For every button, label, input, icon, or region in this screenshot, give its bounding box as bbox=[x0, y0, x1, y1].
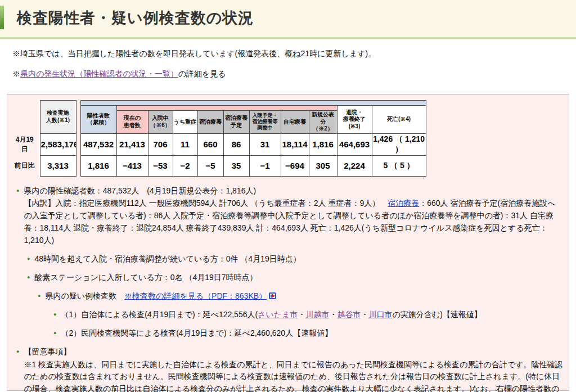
table-corner bbox=[12, 101, 40, 134]
city-separator: ・ bbox=[329, 310, 337, 319]
cell-hotel-planned: 86 bbox=[223, 133, 249, 155]
pink-group-band bbox=[116, 106, 337, 111]
col-header-newly-published: 新規公表分 （※2） bbox=[309, 111, 337, 134]
col-header-adjusting: 入院予定・ 宿泊療養等 調整中 bbox=[249, 111, 281, 134]
test-detail-pdf-link[interactable]: ※検査数の詳細を見る（PDF：863KB） bbox=[124, 291, 267, 300]
page-header: 検査陽性者・疑い例検査数の状況 bbox=[0, 0, 576, 37]
col-header-death: 死亡(※4) bbox=[372, 106, 426, 134]
cell-death: 1,426 （ 1,210 ） bbox=[372, 133, 426, 155]
suspected-tests-line: 県内の疑い例検査数 ※検査数の詳細を見る（PDF：863KB） bbox=[45, 290, 563, 302]
cell-current-patients-diff: −413 bbox=[116, 155, 148, 176]
status-panel: 検査実施 人数(※1) 陽性者数 （累積） 退院・ 療養終了 (※3) 死亡(※… bbox=[7, 94, 569, 391]
row-label-daychange: 前日比 bbox=[12, 155, 40, 176]
detail-link-line: ※県内の発生状況（陽性確認者の状況・一覧）の詳細を見る bbox=[12, 68, 565, 79]
cell-newly-published: 1,816 bbox=[309, 133, 337, 155]
cell-recovered-diff: 2,224 bbox=[337, 155, 372, 176]
cell-hotel-care: 660 bbox=[197, 133, 223, 155]
col-header-hotel-care: 宿泊療養 bbox=[197, 111, 223, 134]
cell-severe: 11 bbox=[173, 133, 197, 155]
col-header-positive-cumulative: 陽性者数 （累積） bbox=[80, 106, 116, 134]
positive-summary: 県内の陽性確認者数：487,532人 (4月19日新規公表分：1,816人) bbox=[24, 184, 563, 197]
page-title: 検査陽性者・疑い例検査数の状況 bbox=[17, 8, 565, 28]
list-item-positive-count: ● 県内の陽性確認者数：487,532人 (4月19日新規公表分：1,816人)… bbox=[16, 184, 563, 246]
hotel-care-link[interactable]: 宿泊療養 bbox=[388, 199, 419, 208]
cell-hospitalized: 706 bbox=[148, 133, 173, 155]
breakdown-text-pre: 【内訳】入院：指定医療機関112人 一般医療機関594人 計706人 （うち最重… bbox=[24, 199, 388, 208]
occurrence-detail-link[interactable]: 県内の発生状況（陽性確認者の状況・一覧） bbox=[20, 69, 178, 78]
koshigaya-city-link[interactable]: 越谷市 bbox=[337, 310, 361, 319]
table-band-row-blue: 検査実施 人数(※1) bbox=[12, 101, 426, 106]
positive-breakdown: 【内訳】入院：指定医療機関112人 一般医療機関594人 計706人 （うち最重… bbox=[24, 197, 563, 246]
cell-death-diff: 5 （ 5 ） bbox=[372, 155, 426, 176]
municipal-tests-line: （1）自治体による検査(4月19日まで)：延べ122,556人(さいたま市・川越… bbox=[61, 308, 563, 321]
city-separator: ・ bbox=[298, 310, 305, 319]
kawagoe-city-link[interactable]: 川越市 bbox=[305, 310, 329, 319]
notes-block: ※1 検査実施人数は、同日までに実施した自治体による検査の累計と、同日までに報告… bbox=[24, 359, 563, 392]
table-row-today: 4月19日 2,583,176 487,532 21,413 706 11 66… bbox=[12, 133, 426, 155]
notes-title: 【留意事項】 bbox=[24, 345, 563, 358]
blue-group-band bbox=[80, 101, 426, 106]
cell-positive-cumulative-diff: 1,816 bbox=[80, 155, 116, 176]
cell-hotel-care-diff: −5 bbox=[197, 155, 223, 176]
col-header-hotel-planned: 宿泊療養 予定 bbox=[223, 111, 249, 134]
intro-section: ※埼玉県では、当日把握した陽性者の数を即日発表しています(報道発表後、概ね21時… bbox=[0, 39, 576, 91]
green-dot-bullet-icon: ● bbox=[16, 184, 19, 246]
cell-adjusting-diff: −1 bbox=[249, 155, 281, 176]
table-spacer bbox=[76, 101, 80, 177]
detail-link-prefix: ※ bbox=[12, 69, 20, 78]
municipal-text-pre: （1）自治体による検査(4月19日まで)：延べ122,556人( bbox=[61, 310, 258, 319]
list-item-suspected-tests: ● 県内の疑い例検査数 ※検査数の詳細を見る（PDF：863KB） bbox=[38, 290, 563, 302]
cell-hotel-planned-diff: 35 bbox=[223, 155, 249, 176]
list-item-private-tests: ● （2）民間検査機関等による検査(4月19日まで)：延べ2,460,620人【… bbox=[53, 327, 563, 339]
col-header-hospitalized: 入院中 （※6） bbox=[148, 111, 173, 134]
oxygen-station-text: 酸素ステーションに入所している方：0名 （4月19日7時時点） bbox=[34, 271, 563, 283]
cell-adjusting: 31 bbox=[249, 133, 281, 155]
green-dot-bullet-icon: ● bbox=[53, 308, 56, 321]
list-item-oxygen-station: ● 酸素ステーションに入所している方：0名 （4月19日7時時点） bbox=[27, 271, 563, 283]
table-row-daychange: 前日比 3,313 1,816 −413 −53 −2 −5 35 −1 −69… bbox=[12, 155, 426, 176]
green-dot-bullet-icon: ● bbox=[38, 290, 40, 302]
note-1: ※1 検査実施人数は、同日までに実施した自治体による検査の累計と、同日までに報告… bbox=[24, 359, 563, 392]
green-dot-bullet-icon: ● bbox=[27, 271, 30, 283]
list-item-notes: ● 【留意事項】 ※1 検査実施人数は、同日までに実施した自治体による検査の累計… bbox=[16, 345, 563, 392]
cell-home-care-diff: −694 bbox=[281, 155, 309, 176]
cell-severe-diff: −2 bbox=[173, 155, 197, 176]
external-window-pdf-icon bbox=[269, 292, 276, 299]
page: 検査陽性者・疑い例検査数の状況 ※埼玉県では、当日把握した陽性者の数を即日発表し… bbox=[0, 0, 576, 391]
col-header-current-patients: 現在の 患者数 bbox=[116, 111, 148, 134]
intro-note: ※埼玉県では、当日把握した陽性者の数を即日発表しています(報道発表後、概ね21時… bbox=[12, 48, 565, 59]
cell-hospitalized-diff: −53 bbox=[148, 155, 173, 176]
city-separator: ・ bbox=[361, 310, 368, 319]
col-header-severe: うち重症 bbox=[173, 111, 197, 134]
col-header-tested: 検査実施 人数(※1) bbox=[40, 101, 76, 134]
green-dot-bullet-icon: ● bbox=[27, 253, 30, 265]
stats-table: 検査実施 人数(※1) 陽性者数 （累積） 退院・ 療養終了 (※3) 死亡(※… bbox=[12, 100, 426, 177]
saitama-city-link[interactable]: さいたま市 bbox=[258, 310, 298, 319]
cell-recovered: 464,693 bbox=[337, 133, 372, 155]
row-label-date: 4月19日 bbox=[12, 133, 40, 155]
cell-newly-published-diff: 305 bbox=[309, 155, 337, 176]
private-tests-text: （2）民間検査機関等による検査(4月19日まで)：延べ2,460,620人【速報… bbox=[61, 327, 563, 339]
col-header-recovered: 退院・ 療養終了 (※3) bbox=[337, 106, 372, 134]
cell-positive-cumulative: 487,532 bbox=[80, 133, 116, 155]
municipal-text-post: の実施分含む)【速報値】 bbox=[392, 310, 482, 319]
cell-current-patients: 21,413 bbox=[116, 133, 148, 155]
title-accent-bar bbox=[0, 6, 4, 29]
green-dot-bullet-icon: ● bbox=[16, 345, 19, 392]
green-dot-bullet-icon: ● bbox=[53, 327, 56, 339]
cell-home-care: 18,114 bbox=[281, 133, 309, 155]
list-item-municipal-tests: ● （1）自治体による検査(4月19日まで)：延べ122,556人(さいたま市・… bbox=[53, 308, 563, 321]
suspected-tests-label: 県内の疑い例検査数 bbox=[45, 291, 124, 300]
kawaguchi-city-link[interactable]: 川口市 bbox=[368, 310, 392, 319]
col-header-home-care: 自宅療養 bbox=[281, 111, 309, 134]
cell-tested-diff: 3,313 bbox=[40, 155, 76, 176]
list-item-over48h: ● 48時間を超えて入院・宿泊療養調整が続いている方：0件 （4月19日時点） bbox=[27, 253, 563, 265]
cell-tested: 2,583,176 bbox=[40, 133, 76, 155]
over48h-text: 48時間を超えて入院・宿泊療養調整が続いている方：0件 （4月19日時点） bbox=[34, 253, 563, 265]
detail-link-suffix: の詳細を見る bbox=[178, 69, 226, 78]
